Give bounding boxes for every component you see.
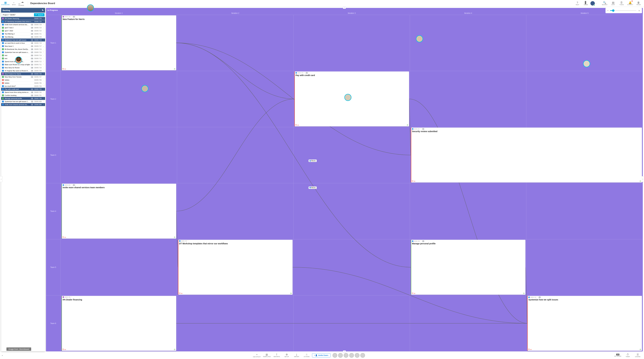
- backlog-item[interactable]: ✓Test filtering 22DEMO-721○: [1, 32, 45, 36]
- board-grid[interactable]: Team 1Team 2Team 3Team 4Team 5Team 6DEMO…: [46, 15, 643, 351]
- actions-button[interactable]: ⁝⁝ACTIONS: [302, 352, 311, 359]
- tasks-button[interactable]: 🗓TASKS: [618, 0, 626, 7]
- dependency-label[interactable]: Blocks: [308, 186, 316, 189]
- backlog-item[interactable]: ▮Bi-Directional Jira, Azure DevOps & Ral…: [1, 48, 45, 51]
- board-cell[interactable]: [294, 15, 410, 71]
- backlog-item[interactable]: ✓New Issue 11DEMO-717⌄: [1, 45, 45, 48]
- board-cell[interactable]: [177, 127, 294, 183]
- my-votes-button[interactable]: 10MY VOTES: [613, 352, 622, 359]
- board-card[interactable]: DEMO-726⌃0% Dealer financing🗨▭◔: [62, 296, 176, 351]
- board-cell[interactable]: [177, 183, 294, 239]
- board-cell[interactable]: [177, 295, 294, 351]
- zoom-slider[interactable]: [610, 10, 636, 11]
- board-card[interactable]: DEMO-703⌃1Pay with credit card🗨▭◔: [294, 72, 409, 126]
- backlog-item[interactable]: ▮0% Dealer financingDEMO-726⌃: [1, 17, 45, 20]
- guide-button[interactable]: ▋GUIDE: [582, 0, 590, 7]
- backlog-item[interactable]: ▮test5DEMO-714○: [1, 54, 45, 57]
- backlog-item[interactable]: ✓Invite more shared services team member…: [1, 103, 45, 106]
- board-cell[interactable]: [177, 15, 294, 71]
- board-cell[interactable]: [294, 239, 410, 295]
- add-bottom-button[interactable]: +: [343, 350, 346, 352]
- backlog-item[interactable]: ✓Systemize how we split issues1DEMO-719⌃: [1, 39, 45, 42]
- board-cell[interactable]: [60, 239, 177, 295]
- backlog-item[interactable]: ✓we need this to work in linux3DEMO-718○: [1, 42, 45, 45]
- dashboard-button[interactable]: ▦DASHBOARD: [2, 0, 9, 7]
- edit-icon[interactable]: ✎: [42, 9, 44, 12]
- presence-avatar[interactable]: [338, 353, 343, 358]
- backlog-item[interactable]: ▮New Feature for Harris2DEMO-708⌃: [1, 72, 45, 76]
- zoom-control[interactable]: − ＋: [606, 8, 642, 13]
- zoom-knob[interactable]: [612, 9, 614, 12]
- board-cell[interactable]: [60, 127, 177, 183]
- my-storms-button[interactable]: ☁MY STORMS: [18, 0, 26, 7]
- invite-users-button[interactable]: +👤Invite Users: [312, 353, 330, 357]
- board-card[interactable]: DEMO-725⌃DT Workshop templates that mirr…: [178, 240, 293, 295]
- board-cell[interactable]: [294, 295, 410, 351]
- expand-left-handle[interactable]: +: [0, 176, 3, 182]
- board-cell[interactable]: [294, 183, 410, 239]
- search-button[interactable]: 🔍SEARCH: [601, 0, 608, 7]
- backlog-item[interactable]: ✓Spend more time with the...3DEMO-712⌃: [1, 60, 45, 63]
- backlog-item[interactable]: ▮hekkioDEMO-705○: [1, 82, 45, 85]
- presence-avatar[interactable]: [355, 353, 360, 358]
- backlog-item[interactable]: ✓Pay with credit card1DEMO-703⌃: [1, 88, 45, 91]
- backlog-item[interactable]: ✓New Story for Ronen3DEMO-710○: [1, 66, 45, 69]
- presence-avatar[interactable]: [360, 353, 365, 358]
- board-cell[interactable]: [410, 295, 526, 351]
- backlog-item[interactable]: ✓Hi Virginia! My name is Ronen from...2D…: [1, 69, 45, 72]
- templates-button[interactable]: ▥TEMPLATES: [262, 352, 271, 359]
- board-cell[interactable]: [526, 183, 643, 239]
- backlog-item[interactable]: ✓Invite more shared services team member…: [1, 23, 45, 26]
- board-card[interactable]: DEMO-705⌃1Manage personal profile🗨▭◔: [411, 240, 526, 295]
- profile-menu[interactable]: ⌄: [590, 1, 596, 6]
- timer-button[interactable]: ⏱TIMER: [623, 352, 632, 359]
- setup-button[interactable]: ⚙SETUP: [282, 352, 291, 359]
- backlog-item[interactable]: ▮Confirm booking2DEMO-701⌃: [1, 94, 45, 97]
- trash-button[interactable]: 🗑TRASH: [635, 0, 642, 7]
- backlog-item[interactable]: ✓Spend more time sizing stories with the…: [1, 91, 45, 94]
- backlog-search-button[interactable]: 🔍Search: [34, 13, 44, 17]
- back-button[interactable]: ←BACK: [10, 0, 18, 7]
- backlog-item[interactable]: ✓too much time?DEMO-704⌃⌃: [1, 85, 45, 88]
- backlog-filter-input[interactable]: [2, 13, 34, 17]
- backlog-item[interactable]: ▮New Story from Toronto1DEMO-707○: [1, 76, 45, 79]
- board-cell[interactable]: [410, 71, 526, 127]
- board-cell[interactable]: [177, 71, 294, 127]
- backlog-item[interactable]: ▮april 7 20225DEMO-722○: [1, 29, 45, 32]
- zoom-out-button[interactable]: −: [607, 9, 608, 12]
- dependency-label[interactable]: Blocks: [308, 160, 316, 162]
- reports-button[interactable]: ⭱REPORTS: [272, 352, 281, 359]
- board-card[interactable]: DEMO-708⌃1New Feature for Harris🗨▭◔: [62, 15, 176, 70]
- import-button[interactable]: ⭳IMPORT: [292, 352, 301, 359]
- presence-list[interactable]: [332, 353, 365, 358]
- board-card[interactable]: DEMO-719⌃1Systemize how we split issues🗨…: [527, 296, 642, 351]
- board-card[interactable]: DEMO-698⌃1Invite more shared services te…: [62, 184, 176, 239]
- activity-button[interactable]: 🔔ACTIVITY: [626, 0, 634, 7]
- backlog-item[interactable]: ✓Systemize how we split issues update 17…: [1, 51, 45, 54]
- presence-avatar[interactable]: [349, 353, 354, 358]
- backlog-item[interactable]: ✓Make sure Ronen is a ninja at Agile1DEM…: [1, 63, 45, 66]
- zoom-in-button[interactable]: ＋: [638, 9, 640, 12]
- add-top-button[interactable]: +: [343, 7, 346, 9]
- board-card[interactable]: DEMO-697⌃1Security review submitted🗨▭◔: [411, 128, 642, 183]
- presence-avatar[interactable]: [344, 353, 348, 358]
- backlog-item[interactable]: ✓DT Workshop templates that mirror our w…: [1, 20, 45, 23]
- add-sticky-button[interactable]: ＋ADD STICKY: [252, 352, 262, 359]
- backlog-item[interactable]: ▮test5DEMO-713○: [1, 57, 45, 60]
- legend-button[interactable]: ☰LEGEND: [633, 352, 642, 359]
- board-cell[interactable]: [294, 127, 410, 183]
- backlog-item[interactable]: ▮Manage personal profile3DEMO-700⌃: [1, 97, 45, 100]
- backlog-item[interactable]: ✓Systemize how we split issues 123451DEM…: [1, 100, 45, 103]
- board-cell[interactable]: [526, 239, 643, 295]
- backlog-list[interactable]: ▮0% Dealer financingDEMO-726⌃✓DT Worksho…: [1, 17, 45, 351]
- expand-bottom-button[interactable]: »: [2, 354, 3, 356]
- board-cell[interactable]: [526, 71, 643, 127]
- help-button[interactable]: ？HELP: [574, 0, 581, 7]
- presence-avatar[interactable]: [332, 353, 337, 358]
- board-cell[interactable]: [60, 71, 177, 127]
- board-cell[interactable]: [410, 183, 526, 239]
- backlog-item[interactable]: ▮hekkioDEMO-706○: [1, 79, 45, 82]
- board-cell[interactable]: [410, 15, 526, 71]
- backlog-item[interactable]: ▮april 7 test 22DEMO-723○: [1, 26, 45, 29]
- backlog-item[interactable]: ✓Test filtering1DEMO-720○: [1, 36, 45, 39]
